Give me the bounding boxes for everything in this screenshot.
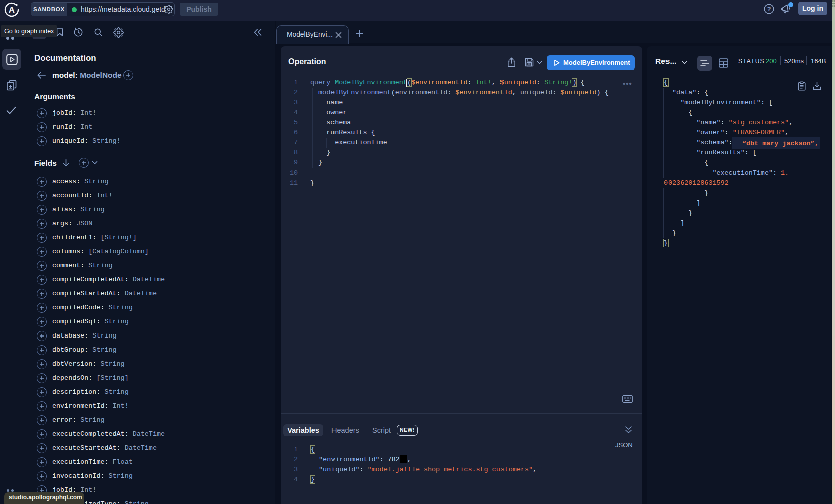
svg-text:A: A	[9, 5, 15, 15]
svg-text:?: ?	[767, 6, 771, 13]
